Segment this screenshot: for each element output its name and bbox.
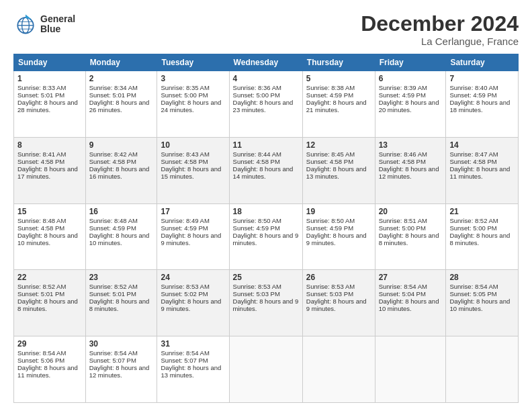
day-number: 1 [17,74,82,83]
sunset-label: Sunset: 4:58 PM [17,158,64,165]
daylight-label: Daylight: 8 hours and 10 minutes. [89,232,150,246]
day-number: 16 [89,207,154,216]
sunset-label: Sunset: 5:03 PM [233,290,280,298]
sunset-label: Sunset: 5:01 PM [89,290,136,298]
daylight-label: Daylight: 8 hours and 13 minutes. [161,364,221,379]
sunset-label: Sunset: 5:00 PM [379,224,426,232]
table-row [229,336,302,403]
table-row: 21Sunrise: 8:52 AMSunset: 5:00 PMDayligh… [446,203,519,270]
table-row [302,336,375,403]
table-row: 19Sunrise: 8:50 AMSunset: 4:59 PMDayligh… [302,203,375,270]
day-number: 18 [233,207,299,216]
day-number: 29 [17,339,82,349]
sunrise-label: Sunrise: 8:46 AM [379,150,427,158]
sunrise-label: Sunrise: 8:54 AM [379,283,427,290]
table-row: 28Sunrise: 8:54 AMSunset: 5:05 PMDayligh… [446,270,519,336]
day-number: 27 [379,273,443,282]
table-row: 18Sunrise: 8:50 AMSunset: 4:59 PMDayligh… [229,203,302,270]
day-number: 23 [89,273,154,282]
day-number: 4 [233,74,299,83]
table-row: 4Sunrise: 8:36 AMSunset: 5:00 PMDaylight… [229,71,302,138]
daylight-label: Daylight: 8 hours and 9 minutes. [233,298,299,312]
day-number: 8 [17,140,82,150]
sunset-label: Sunset: 5:03 PM [306,290,353,298]
daylight-label: Daylight: 8 hours and 8 minutes. [449,232,510,246]
daylight-label: Daylight: 8 hours and 11 minutes. [17,364,78,379]
sunrise-label: Sunrise: 8:43 AM [161,150,209,158]
table-row [446,336,519,403]
col-sunday: Sunday [14,54,86,71]
title-block: December 2024 La Cerlangue, France [361,12,519,47]
sunset-label: Sunset: 5:04 PM [379,290,426,298]
table-row: 7Sunrise: 8:40 AMSunset: 4:59 PMDaylight… [446,71,519,138]
sunrise-label: Sunrise: 8:34 AM [89,84,138,91]
sunrise-label: Sunrise: 8:35 AM [161,84,209,91]
table-row: 16Sunrise: 8:48 AMSunset: 4:59 PMDayligh… [85,203,157,270]
day-number: 3 [161,74,225,83]
calendar-title: December 2024 [361,12,519,36]
sunrise-label: Sunrise: 8:44 AM [233,150,281,158]
table-row [375,336,446,403]
day-number: 22 [17,273,82,282]
day-number: 24 [161,273,225,282]
daylight-label: Daylight: 8 hours and 10 minutes. [379,298,439,312]
sunrise-label: Sunrise: 8:38 AM [306,84,355,91]
table-row: 30Sunrise: 8:54 AMSunset: 5:07 PMDayligh… [85,336,157,403]
sunrise-label: Sunrise: 8:53 AM [233,283,281,290]
sunrise-label: Sunrise: 8:47 AM [449,150,498,158]
table-row: 5Sunrise: 8:38 AMSunset: 4:59 PMDaylight… [302,71,375,138]
day-number: 11 [233,140,299,150]
table-row: 10Sunrise: 8:43 AMSunset: 4:58 PMDayligh… [157,137,229,203]
table-row: 13Sunrise: 8:46 AMSunset: 4:58 PMDayligh… [375,137,446,203]
daylight-label: Daylight: 8 hours and 8 minutes. [379,232,439,246]
daylight-label: Daylight: 8 hours and 9 minutes. [306,298,367,312]
day-number: 30 [89,339,154,349]
day-number: 19 [306,207,371,216]
sunset-label: Sunset: 4:58 PM [449,158,496,165]
sunrise-label: Sunrise: 8:45 AM [306,150,355,158]
daylight-label: Daylight: 8 hours and 9 minutes. [233,232,299,246]
sunrise-label: Sunrise: 8:49 AM [161,217,209,224]
daylight-label: Daylight: 8 hours and 28 minutes. [17,99,78,113]
sunset-label: Sunset: 4:58 PM [233,158,280,165]
table-row: 25Sunrise: 8:53 AMSunset: 5:03 PMDayligh… [229,270,302,336]
sunset-label: Sunset: 5:01 PM [17,91,64,99]
logo-line2: Blue [40,24,75,34]
col-wednesday: Wednesday [229,54,302,71]
sunset-label: Sunset: 4:58 PM [161,158,208,165]
sunrise-label: Sunrise: 8:48 AM [89,217,138,224]
table-row: 14Sunrise: 8:47 AMSunset: 4:58 PMDayligh… [446,137,519,203]
sunrise-label: Sunrise: 8:41 AM [17,150,66,158]
sunrise-label: Sunrise: 8:54 AM [89,349,138,357]
table-row: 26Sunrise: 8:53 AMSunset: 5:03 PMDayligh… [302,270,375,336]
sunset-label: Sunset: 4:58 PM [379,158,426,165]
table-row: 9Sunrise: 8:42 AMSunset: 4:58 PMDaylight… [85,137,157,203]
sunset-label: Sunset: 5:06 PM [17,357,64,364]
day-number: 9 [89,140,154,150]
col-monday: Monday [85,54,157,71]
calendar-table: Sunday Monday Tuesday Wednesday Thursday… [13,54,519,403]
day-number: 21 [449,207,515,216]
daylight-label: Daylight: 8 hours and 17 minutes. [17,165,78,180]
sunset-label: Sunset: 4:59 PM [449,91,496,99]
sunset-label: Sunset: 4:59 PM [161,224,208,232]
sunrise-label: Sunrise: 8:53 AM [306,283,355,290]
table-row: 12Sunrise: 8:45 AMSunset: 4:58 PMDayligh… [302,137,375,203]
daylight-label: Daylight: 8 hours and 9 minutes. [306,232,367,246]
table-row: 17Sunrise: 8:49 AMSunset: 4:59 PMDayligh… [157,203,229,270]
sunset-label: Sunset: 5:02 PM [161,290,208,298]
sunrise-label: Sunrise: 8:48 AM [17,217,66,224]
daylight-label: Daylight: 8 hours and 12 minutes. [89,364,150,379]
daylight-label: Daylight: 8 hours and 12 minutes. [379,165,439,180]
col-thursday: Thursday [302,54,375,71]
sunrise-label: Sunrise: 8:54 AM [449,283,498,290]
table-row: 3Sunrise: 8:35 AMSunset: 5:00 PMDaylight… [157,71,229,138]
sunset-label: Sunset: 5:07 PM [161,357,208,364]
table-row: 29Sunrise: 8:54 AMSunset: 5:06 PMDayligh… [14,336,86,403]
table-row: 15Sunrise: 8:48 AMSunset: 4:58 PMDayligh… [14,203,86,270]
sunrise-label: Sunrise: 8:52 AM [449,217,498,224]
sunset-label: Sunset: 4:59 PM [379,91,426,99]
sunset-label: Sunset: 5:01 PM [89,91,136,99]
daylight-label: Daylight: 8 hours and 15 minutes. [161,165,221,180]
sunset-label: Sunset: 4:59 PM [89,224,136,232]
